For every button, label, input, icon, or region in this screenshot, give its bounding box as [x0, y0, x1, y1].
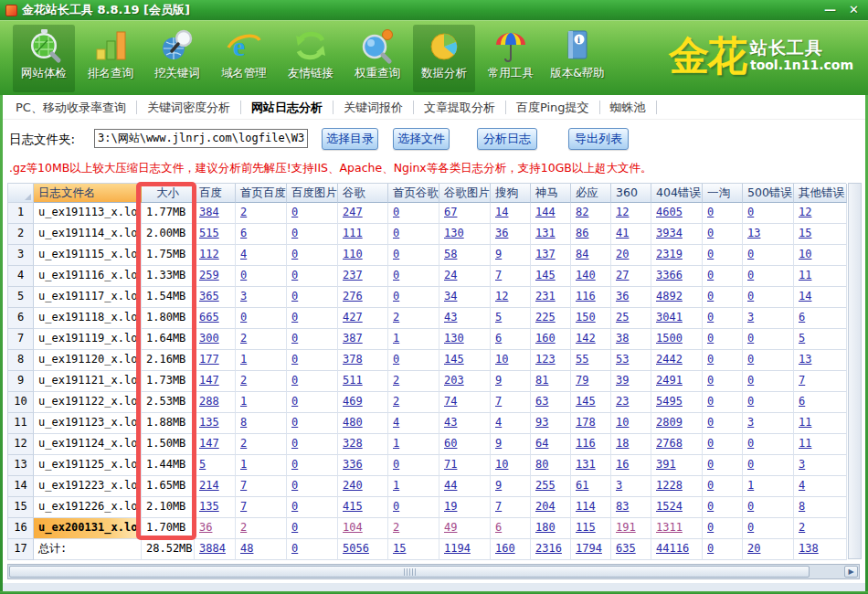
- grid-link[interactable]: 138: [799, 542, 819, 555]
- grid-link[interactable]: 5: [495, 311, 502, 324]
- row-number-cell[interactable]: 3: [8, 245, 34, 266]
- grid-link[interactable]: 86: [576, 227, 588, 239]
- row-number-cell[interactable]: 7: [8, 329, 34, 350]
- grid-link[interactable]: 63: [535, 395, 548, 408]
- grid-link[interactable]: 4605: [656, 206, 683, 218]
- grid-link[interactable]: 378: [343, 353, 363, 366]
- grid-link[interactable]: 74: [444, 395, 457, 408]
- grid-link[interactable]: 12: [495, 290, 508, 302]
- grid-link[interactable]: 231: [535, 290, 556, 302]
- grid-link[interactable]: 147: [199, 374, 219, 387]
- column-header-shenma[interactable]: 神马: [531, 184, 571, 203]
- grid-link[interactable]: 177: [199, 353, 219, 366]
- grid-link[interactable]: 0: [747, 332, 754, 345]
- grid-link[interactable]: 61: [576, 479, 588, 492]
- grid-link[interactable]: 10: [616, 416, 629, 429]
- grid-link[interactable]: 0: [707, 311, 714, 324]
- grid-link[interactable]: 0: [707, 521, 714, 534]
- grid-link[interactable]: 49: [444, 521, 457, 534]
- grid-link[interactable]: 36: [199, 521, 212, 534]
- grid-link[interactable]: 0: [747, 290, 754, 302]
- grid-link[interactable]: 0: [707, 500, 714, 513]
- grid-link[interactable]: 18: [616, 437, 629, 450]
- grid-link[interactable]: 3: [747, 311, 754, 324]
- toolbar-item-data-analysis[interactable]: 数据分析: [413, 25, 475, 92]
- grid-link[interactable]: 0: [707, 269, 714, 281]
- grid-link[interactable]: 1: [240, 458, 247, 471]
- grid-link[interactable]: 0: [393, 290, 399, 302]
- grid-link[interactable]: 1: [240, 395, 247, 408]
- grid-link[interactable]: 4892: [656, 290, 683, 302]
- log-folder-input[interactable]: [94, 129, 308, 148]
- grid-link[interactable]: 191: [616, 521, 636, 534]
- grid-link[interactable]: 2: [240, 437, 247, 450]
- vertical-scrollbar[interactable]: [848, 183, 862, 559]
- grid-link[interactable]: 0: [747, 374, 754, 387]
- grid-link[interactable]: 160: [495, 542, 515, 555]
- grid-link[interactable]: 84: [576, 248, 588, 260]
- grid-link[interactable]: 38: [616, 332, 629, 345]
- grid-link[interactable]: 300: [199, 332, 219, 345]
- grid-link[interactable]: 0: [707, 353, 714, 366]
- grid-link[interactable]: 9: [495, 437, 502, 450]
- grid-link[interactable]: 1: [240, 353, 247, 366]
- grid-link[interactable]: 160: [535, 332, 556, 345]
- grid-link[interactable]: 0: [291, 374, 298, 387]
- tab-baidu-ping-submit[interactable]: 百度Ping提交: [506, 101, 600, 114]
- tab-article-extract[interactable]: 文章提取分析: [414, 101, 506, 114]
- column-header-google-home[interactable]: 首页谷歌: [388, 184, 439, 203]
- column-header-log-filename[interactable]: 日志文件名: [34, 184, 142, 203]
- grid-link[interactable]: 387: [343, 332, 363, 345]
- grid-link[interactable]: 2: [799, 521, 805, 534]
- grid-link[interactable]: 0: [707, 374, 714, 387]
- grid-link[interactable]: 0: [707, 542, 714, 555]
- grid-link[interactable]: 0: [240, 311, 247, 324]
- grid-link[interactable]: 2491: [656, 374, 683, 387]
- column-header-yitao[interactable]: 一淘: [703, 184, 743, 203]
- column-header-sogou[interactable]: 搜狗: [491, 184, 531, 203]
- grid-link[interactable]: 1: [393, 437, 399, 450]
- grid-link[interactable]: 1311: [656, 521, 683, 534]
- grid-link[interactable]: 23: [616, 395, 629, 408]
- grid-link[interactable]: 7: [799, 374, 805, 387]
- grid-link[interactable]: 328: [343, 437, 363, 450]
- grid-link[interactable]: 0: [291, 227, 298, 239]
- grid-link[interactable]: 4: [393, 416, 399, 429]
- toolbar-item-weight-query[interactable]: 权重查询: [346, 25, 408, 92]
- tab-pc-mobile-index-rate[interactable]: PC、移动收录率查询: [5, 101, 137, 114]
- grid-link[interactable]: 2809: [656, 416, 683, 429]
- grid-link[interactable]: 44116: [656, 542, 689, 555]
- grid-link[interactable]: 3934: [656, 227, 683, 239]
- grid-link[interactable]: 237: [343, 269, 363, 281]
- grid-link[interactable]: 0: [393, 458, 399, 471]
- grid-link[interactable]: 0: [707, 479, 714, 492]
- grid-link[interactable]: 48: [240, 542, 253, 555]
- grid-link[interactable]: 0: [291, 416, 298, 429]
- column-header-error-500[interactable]: 500错误: [743, 184, 794, 203]
- grid-link[interactable]: 288: [199, 395, 219, 408]
- grid-link[interactable]: 0: [707, 206, 714, 218]
- grid-link[interactable]: 0: [747, 353, 754, 366]
- grid-link[interactable]: 12: [616, 206, 629, 218]
- row-number-cell[interactable]: 11: [8, 413, 34, 434]
- column-header-other-errors[interactable]: 其他错误: [794, 184, 847, 203]
- toolbar-item-site-check[interactable]: 网站体检: [13, 25, 75, 92]
- row-number-cell[interactable]: 5: [8, 287, 34, 308]
- grid-link[interactable]: 0: [291, 206, 298, 218]
- grid-link[interactable]: 178: [576, 416, 596, 429]
- grid-link[interactable]: 12: [799, 206, 811, 218]
- grid-link[interactable]: 8: [240, 416, 247, 429]
- grid-link[interactable]: 83: [616, 500, 629, 513]
- grid-link[interactable]: 336: [343, 458, 363, 471]
- grid-link[interactable]: 180: [535, 521, 556, 534]
- grid-link[interactable]: 150: [576, 311, 596, 324]
- grid-link[interactable]: 2: [240, 332, 247, 345]
- grid-link[interactable]: 0: [291, 521, 298, 534]
- grid-link[interactable]: 116: [576, 290, 596, 302]
- grid-link[interactable]: 0: [291, 269, 298, 281]
- grid-link[interactable]: 131: [576, 458, 596, 471]
- grid-link[interactable]: 480: [343, 416, 363, 429]
- column-header-bing[interactable]: 必应: [571, 184, 611, 203]
- grid-link[interactable]: 145: [576, 395, 596, 408]
- grid-link[interactable]: 145: [444, 353, 464, 366]
